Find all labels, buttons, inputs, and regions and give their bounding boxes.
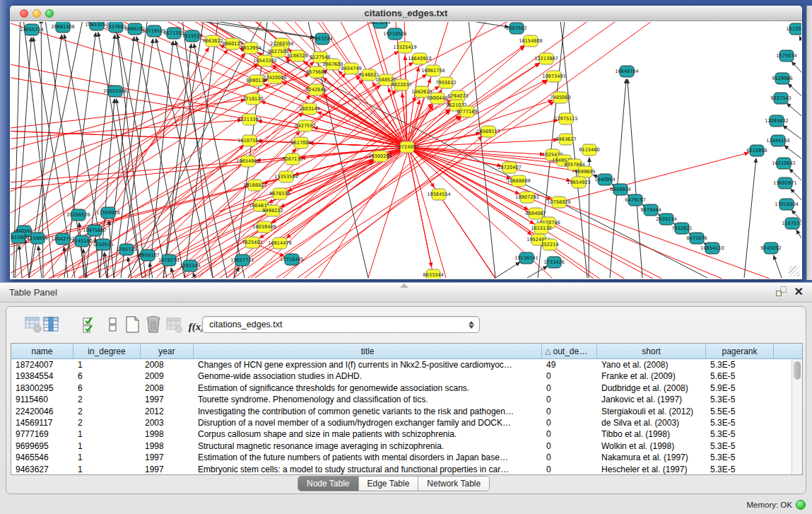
close-panel-icon[interactable]: ✕ — [794, 286, 804, 298]
graph-node[interactable]: 13325419 — [393, 42, 417, 53]
table-header-row: namein_degreeyeartitle△out_de…shortpager… — [11, 344, 802, 359]
graph-node[interactable]: 9129966 — [772, 73, 792, 84]
delete-table-icon[interactable] — [144, 315, 163, 334]
column-header-out_de[interactable]: △out_de… — [542, 344, 597, 358]
graph-node[interactable]: 16914479 — [268, 238, 292, 249]
table-row[interactable]: 911546021997Tourette syndrome. Phenomeno… — [11, 394, 802, 405]
column-header-short[interactable]: short — [597, 344, 706, 358]
network-canvas[interactable]: 1872400776638228960123891295422260358982… — [11, 22, 801, 279]
graph-node[interactable]: 19384554 — [427, 189, 451, 200]
resize-grip[interactable] — [789, 266, 799, 276]
table-row[interactable]: 1872400712008Changes of HCN gene express… — [11, 359, 802, 370]
graph-node[interactable]: 12213987 — [534, 53, 558, 64]
table-row[interactable]: 1830029562008Estimation of significance … — [11, 382, 802, 394]
graph-node[interactable]: 19657771 — [230, 255, 254, 266]
graph-node[interactable]: 9575685 — [306, 66, 326, 78]
tab-node-table[interactable]: Node Table — [298, 477, 359, 491]
graph-node[interactable]: 252214 — [541, 239, 558, 250]
graph-node[interactable]: 6671355 — [163, 28, 184, 39]
memory-ok-indicator-icon[interactable] — [796, 500, 806, 510]
zoom-window-button[interactable] — [45, 9, 54, 18]
graph-node[interactable]: 1167533 — [782, 218, 801, 229]
graph-node[interactable]: 19654923 — [567, 177, 591, 188]
graph-node[interactable]: 8215958 — [746, 145, 767, 156]
graph-node[interactable]: 1440954 — [594, 174, 615, 185]
column-header-year[interactable]: year — [141, 344, 194, 358]
graph-node[interactable]: 8678334 — [269, 188, 290, 199]
graph-node[interactable]: 15353594 — [274, 171, 298, 182]
graph-node[interactable]: 10719185 — [142, 25, 166, 37]
table-panel-titlebar[interactable]: Table Panel ✕ — [0, 282, 812, 303]
graph-node[interactable]: 12093832 — [765, 115, 789, 127]
table-row[interactable]: 946362711997Embryonic stem cells: a mode… — [11, 464, 802, 474]
table-row[interactable]: 1456911722003Disruption of a novel membe… — [11, 417, 802, 428]
graph-node[interactable]: 16154808 — [519, 35, 543, 47]
graph-node[interactable]: 8471676 — [686, 233, 707, 244]
table-row[interactable]: 1938455462009Genome-wide association stu… — [11, 370, 802, 382]
column-header-name[interactable]: name — [11, 344, 73, 358]
scrollbar-thumb[interactable] — [794, 361, 801, 380]
graph-node[interactable]: 17016504 — [775, 199, 799, 210]
graph-node[interactable]: 19218506 — [383, 28, 407, 40]
graph-node[interactable]: 20206576 — [66, 209, 90, 221]
graph-node[interactable]: 20691406 — [51, 22, 75, 33]
graph-node[interactable]: 10654110 — [700, 243, 724, 254]
graph-node[interactable]: 18107554 — [237, 135, 261, 146]
graph-node[interactable]: 16961758 — [421, 65, 445, 76]
graph-node[interactable]: 8958924 — [610, 184, 630, 195]
graph-node[interactable]: 12213393 — [237, 114, 261, 125]
graph-node[interactable]: 16210643 — [772, 158, 796, 169]
table-row[interactable]: 946554611997Estimation of the future num… — [11, 452, 802, 463]
graph-node[interactable]: 9267130 — [282, 153, 302, 165]
graph-node[interactable]: 17359928 — [96, 207, 120, 218]
table-cell: 2008 — [141, 359, 194, 370]
minimize-window-button[interactable] — [33, 9, 41, 18]
table-options-icon[interactable] — [24, 315, 43, 334]
graph-node[interactable]: 2803144 — [299, 103, 319, 115]
graph-node[interactable]: 18640910 — [408, 53, 432, 64]
graph-node[interactable]: 9474444 — [640, 204, 661, 216]
graph-node[interactable]: 2687682 — [506, 23, 526, 34]
graph-node[interactable]: 9617006 — [290, 137, 311, 148]
graph-node[interactable]: 12975115 — [554, 113, 578, 124]
close-window-button[interactable] — [20, 9, 28, 18]
tab-network-table[interactable]: Network Table — [418, 477, 489, 491]
graph-node[interactable]: 18720407 — [498, 162, 522, 173]
graph-node[interactable]: 9115460 — [579, 144, 599, 156]
svg-text:20053346: 20053346 — [103, 88, 127, 94]
float-window-icon[interactable] — [776, 286, 787, 298]
new-table-icon[interactable] — [123, 315, 142, 334]
tab-edge-table[interactable]: Edge Table — [359, 477, 419, 491]
graph-node[interactable]: 15716485 — [280, 254, 304, 265]
network-window-titlebar[interactable]: citations_edges.txt — [10, 6, 802, 21]
graph-node[interactable]: 9227343 — [770, 93, 791, 104]
graph-node[interactable]: 18907293 — [515, 192, 539, 203]
column-header-pagerank[interactable]: pagerank — [706, 344, 774, 358]
table-cell: 18300295 — [11, 382, 73, 394]
graph-node[interactable]: 9245052 — [760, 243, 781, 254]
graph-node[interactable]: 8633344 — [423, 269, 443, 279]
vertical-scrollbar[interactable] — [792, 359, 802, 474]
select-columns-icon[interactable] — [81, 315, 100, 334]
graph-node[interactable]: 14055714 — [20, 24, 44, 35]
show-columns-icon[interactable] — [42, 315, 61, 334]
splitter-handle-icon[interactable] — [400, 284, 408, 288]
graph-node[interactable]: 15692971 — [773, 177, 797, 189]
graph-node[interactable]: 12444158 — [766, 135, 790, 146]
graph-node[interactable]: 6479197 — [625, 194, 645, 206]
graph-node[interactable]: 16648784 — [615, 66, 639, 77]
row-height-icon[interactable] — [104, 315, 123, 334]
column-header-title[interactable]: title — [194, 344, 542, 358]
table-row[interactable]: 977716911998Corpus callosum shape and si… — [11, 428, 802, 440]
graph-node[interactable]: 8813054 — [370, 22, 390, 28]
table-row[interactable]: 2242004622012Investigating the contribut… — [11, 406, 802, 417]
column-header-in_degree[interactable]: in_degree — [73, 344, 141, 358]
table-row[interactable]: 969969511998Structural magnetic resonanc… — [11, 440, 802, 452]
graph-node[interactable]: 7857224 — [312, 33, 332, 45]
table-selector-dropdown[interactable]: citations_edges.txt — [202, 316, 480, 333]
graph-node[interactable]: 1575074 — [776, 50, 796, 62]
graph-node[interactable]: 7485063 — [550, 92, 570, 103]
graph-node[interactable]: 1812054 — [786, 23, 801, 35]
table-cell: 5.3E-5 — [706, 452, 774, 463]
graph-node[interactable]: 1527602 — [105, 22, 126, 33]
